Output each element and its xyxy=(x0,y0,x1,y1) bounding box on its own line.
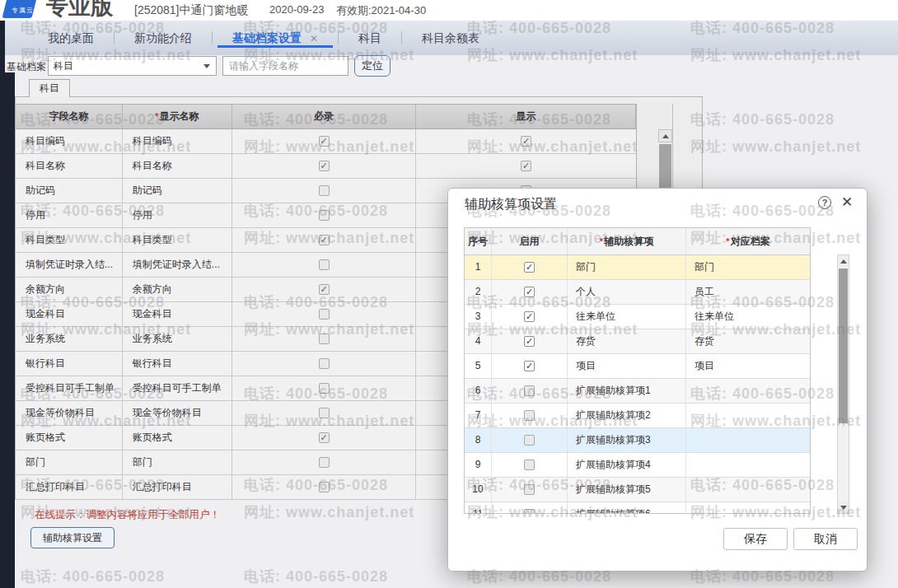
display-name-cell[interactable]: 现金科目 xyxy=(123,302,232,326)
checkbox-unchecked[interactable] xyxy=(524,484,535,495)
dialog-table-row[interactable]: 10扩展辅助核算项5 xyxy=(465,478,810,502)
display-name-cell[interactable]: 科目类型 xyxy=(123,228,232,252)
checkbox-unchecked[interactable] xyxy=(319,210,330,221)
checkbox-unchecked[interactable] xyxy=(319,334,330,344)
checkbox-unchecked[interactable] xyxy=(319,259,330,270)
required-cell[interactable] xyxy=(232,401,417,425)
dialog-scrollbar-thumb[interactable] xyxy=(839,268,848,423)
checkbox-checked[interactable]: ✓ xyxy=(319,136,330,147)
archive-cell[interactable]: 部门 xyxy=(686,255,810,279)
checkbox-checked[interactable]: ✓ xyxy=(524,311,535,322)
dialog-table-row[interactable]: 9扩展辅助核算项4 xyxy=(465,453,810,478)
aux-item-cell[interactable]: 存货 xyxy=(568,329,686,353)
display-name-cell[interactable]: 账页格式 xyxy=(123,426,232,450)
aux-item-cell[interactable]: 扩展辅助核算项3 xyxy=(568,428,686,452)
checkbox-unchecked[interactable] xyxy=(524,509,535,514)
enable-cell[interactable]: ✓ xyxy=(492,329,568,353)
required-cell[interactable]: ✓ xyxy=(232,129,417,153)
tab-基础档案设置[interactable]: 基础档案设置✕ xyxy=(213,21,338,55)
required-cell[interactable]: ✓ xyxy=(232,228,417,252)
required-cell[interactable]: ✓ xyxy=(232,154,417,178)
enable-cell[interactable] xyxy=(492,502,568,514)
checkbox-checked[interactable]: ✓ xyxy=(521,161,531,171)
display-name-cell[interactable]: 部门 xyxy=(123,450,232,474)
scroll-up-button[interactable] xyxy=(658,129,672,142)
required-cell[interactable] xyxy=(232,253,417,277)
checkbox-unchecked[interactable] xyxy=(319,408,330,418)
enable-cell[interactable]: ✓ xyxy=(492,255,568,279)
tab-科目余额表[interactable]: 科目余额表 xyxy=(402,21,499,55)
archive-cell[interactable]: 项目 xyxy=(686,354,810,378)
enable-cell[interactable]: ✓ xyxy=(492,280,568,304)
checkbox-unchecked[interactable] xyxy=(319,309,330,320)
required-cell[interactable] xyxy=(232,450,417,474)
checkbox-unchecked[interactable] xyxy=(319,185,330,196)
aux-item-cell[interactable]: 扩展辅助核算项2 xyxy=(568,404,686,427)
display-name-cell[interactable]: 现金等价物科目 xyxy=(123,401,232,425)
archive-type-dropdown[interactable]: 科目 xyxy=(48,56,217,76)
enable-cell[interactable] xyxy=(492,453,568,477)
display-name-cell[interactable]: 科目名称 xyxy=(123,154,232,178)
checkbox-checked[interactable]: ✓ xyxy=(524,361,535,371)
enable-cell[interactable] xyxy=(492,379,568,403)
search-input[interactable] xyxy=(222,56,348,76)
aux-accounting-settings-button[interactable]: 辅助核算设置 xyxy=(30,527,115,548)
dialog-table-row[interactable]: 1✓部门部门 xyxy=(465,255,810,280)
tab-新功能介绍[interactable]: 新功能介绍 xyxy=(115,21,212,55)
required-cell[interactable] xyxy=(232,352,417,376)
checkbox-checked[interactable]: ✓ xyxy=(319,161,330,171)
subtab-subject[interactable]: 科目 xyxy=(29,79,70,97)
required-cell[interactable] xyxy=(232,203,417,227)
required-cell[interactable] xyxy=(232,376,417,400)
dialog-table-row[interactable]: 2✓个人员工 xyxy=(465,280,810,305)
display-name-cell[interactable]: 汇总打印科目 xyxy=(123,475,232,499)
checkbox-unchecked[interactable] xyxy=(524,435,535,446)
display-name-cell[interactable]: 停用 xyxy=(123,203,232,227)
required-cell[interactable] xyxy=(232,327,417,351)
aux-item-cell[interactable]: 扩展辅助核算项1 xyxy=(568,379,686,403)
checkbox-unchecked[interactable] xyxy=(524,385,535,396)
checkbox-unchecked[interactable] xyxy=(319,457,330,468)
show-cell[interactable]: ✓ xyxy=(416,154,636,178)
display-name-cell[interactable]: 助记码 xyxy=(123,179,232,203)
dialog-table-row[interactable]: 3✓往来单位往来单位 xyxy=(465,305,810,329)
checkbox-unchecked[interactable] xyxy=(319,358,330,369)
display-name-cell[interactable]: 余额方向 xyxy=(123,278,232,301)
display-name-cell[interactable]: 填制凭证时录入结... xyxy=(123,253,232,277)
enable-cell[interactable] xyxy=(492,404,568,427)
aux-item-cell[interactable]: 部门 xyxy=(568,255,686,279)
archive-cell[interactable] xyxy=(686,428,810,452)
aux-item-cell[interactable]: 扩展辅助核算项5 xyxy=(568,478,686,502)
display-name-cell[interactable]: 业务系统 xyxy=(123,327,232,351)
checkbox-unchecked[interactable] xyxy=(524,460,535,470)
required-cell[interactable] xyxy=(232,179,417,203)
archive-cell[interactable]: 存货 xyxy=(686,329,810,353)
checkbox-checked[interactable]: ✓ xyxy=(524,336,535,347)
locate-button[interactable]: 定位 xyxy=(354,55,391,77)
checkbox-checked[interactable]: ✓ xyxy=(524,262,535,273)
aux-item-cell[interactable]: 往来单位 xyxy=(568,305,686,329)
checkbox-unchecked[interactable] xyxy=(524,410,535,421)
checkbox-checked[interactable]: ✓ xyxy=(319,284,330,295)
archive-cell[interactable] xyxy=(686,404,810,427)
archive-cell[interactable]: 员工 xyxy=(686,280,810,304)
cancel-button[interactable]: 取消 xyxy=(793,528,858,550)
show-cell[interactable]: ✓ xyxy=(416,129,636,153)
dialog-table-row[interactable]: 4✓存货存货 xyxy=(465,329,810,354)
dialog-table-row[interactable]: 8扩展辅助核算项3 xyxy=(465,428,810,453)
dialog-scroll-down-button[interactable] xyxy=(838,502,849,513)
checkbox-checked[interactable]: ✓ xyxy=(319,432,330,443)
dialog-table-row[interactable]: 7扩展辅助核算项2 xyxy=(465,404,810,428)
aux-item-cell[interactable]: 个人 xyxy=(568,280,686,304)
checkbox-unchecked[interactable] xyxy=(319,383,330,394)
required-cell[interactable] xyxy=(232,475,417,499)
required-cell[interactable]: ✓ xyxy=(232,278,417,301)
archive-cell[interactable]: 往来单位 xyxy=(686,305,810,329)
dialog-table-row[interactable]: 5✓项目项目 xyxy=(465,354,810,379)
help-icon[interactable]: ? xyxy=(818,196,831,209)
close-icon[interactable]: ✕ xyxy=(841,194,853,211)
tab-科目[interactable]: 科目 xyxy=(339,21,401,55)
archive-cell[interactable] xyxy=(686,502,810,514)
display-name-cell[interactable]: 银行科目 xyxy=(123,352,232,376)
enable-cell[interactable] xyxy=(492,428,568,452)
